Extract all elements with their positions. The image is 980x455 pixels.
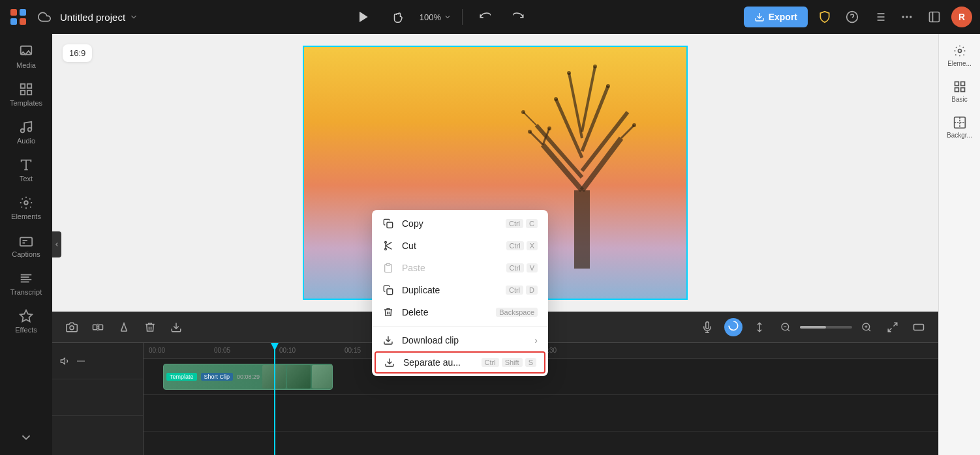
svg-point-80	[385, 248, 387, 250]
screenshot-icon[interactable]	[63, 318, 81, 336]
sidebar-collapse-button[interactable]	[52, 231, 61, 257]
svg-point-14	[902, 16, 904, 18]
svg-rect-86	[387, 289, 393, 295]
sidebar-item-elements[interactable]: Elements	[0, 190, 52, 226]
svg-point-57	[606, 84, 610, 88]
svg-line-46	[530, 132, 543, 145]
trim-icon[interactable]	[115, 318, 133, 336]
ruler-mark-3: 00:15	[345, 347, 361, 354]
clip-time: 00:08:29	[237, 374, 260, 380]
svg-point-53	[521, 110, 525, 114]
hand-tool-button[interactable]	[386, 5, 409, 29]
user-avatar[interactable]: R	[951, 7, 972, 27]
audio-track-row	[144, 395, 938, 432]
svg-line-40	[536, 125, 582, 177]
svg-line-68	[788, 329, 789, 331]
cut-icon	[382, 240, 394, 252]
delete-clip-icon[interactable]	[141, 318, 159, 336]
clip-short-badge: Short Clip	[201, 373, 234, 381]
shield-icon[interactable]	[814, 7, 835, 27]
list-icon[interactable]	[869, 7, 890, 27]
download-clip-icon[interactable]	[167, 318, 185, 336]
svg-rect-22	[21, 91, 25, 95]
microphone-icon[interactable]	[698, 318, 716, 336]
sidebar-expand-button[interactable]	[0, 425, 52, 450]
context-menu-separate-audio[interactable]: Separate au... CtrlShiftS	[375, 351, 545, 374]
context-menu-download-clip[interactable]: Download clip ›	[372, 329, 548, 351]
sidebar-item-transcript[interactable]: Transcript	[0, 266, 52, 301]
context-menu-delete[interactable]: Delete Backspace	[372, 301, 548, 323]
copy-shortcut: CtrlC	[506, 219, 538, 228]
aspect-ratio-icon[interactable]	[910, 318, 928, 336]
ruler-mark-1: 00:05	[214, 347, 230, 354]
magnet-icon[interactable]	[724, 318, 743, 336]
zoom-controls	[776, 318, 876, 336]
sidebar-item-audio[interactable]: Audio	[0, 115, 52, 150]
svg-rect-20	[21, 84, 25, 88]
playhead[interactable]	[274, 343, 275, 455]
zoom-slider[interactable]	[800, 326, 852, 329]
main-area: Media Templates Audio Text Elements Capt…	[0, 34, 980, 455]
svg-rect-29	[20, 237, 32, 246]
help-icon[interactable]	[842, 7, 863, 27]
zoom-in-button[interactable]	[857, 318, 876, 336]
duplicate-icon	[382, 284, 394, 296]
video-clip[interactable]: Template Short Clip 00:08:29	[163, 364, 333, 390]
svg-rect-0	[10, 9, 17, 16]
sidebar-item-templates[interactable]: Templates	[0, 77, 52, 112]
right-panel-elements[interactable]: Eleme...	[939, 39, 980, 72]
align-icon[interactable]	[750, 318, 769, 336]
split-icon[interactable]	[89, 318, 107, 336]
ruler-mark-0: 00:00	[149, 347, 165, 354]
track-label-main	[52, 343, 143, 379]
sidebar-item-media[interactable]: Media	[0, 39, 52, 74]
svg-line-48	[621, 125, 634, 138]
separate-audio-shortcut: CtrlShiftS	[482, 358, 536, 367]
zoom-out-button[interactable]	[776, 318, 795, 336]
right-panel-background[interactable]: Backgr...	[939, 111, 980, 144]
svg-line-71	[868, 329, 870, 331]
top-bar: Untitled project 100% Export	[0, 0, 980, 34]
svg-point-81	[385, 241, 387, 243]
download-clip-icon	[382, 334, 394, 346]
svg-point-56	[554, 97, 558, 101]
context-menu-cut[interactable]: Cut CtrlX	[372, 235, 548, 257]
sidebar-item-effects[interactable]: Effects	[0, 304, 52, 339]
fit-view-icon[interactable]	[883, 318, 902, 336]
context-menu-paste: Paste CtrlV	[372, 257, 548, 279]
svg-point-16	[910, 16, 911, 18]
top-bar-left: Untitled project	[8, 7, 138, 27]
svg-rect-91	[960, 82, 964, 86]
undo-button[interactable]	[473, 5, 497, 29]
right-panel-basic[interactable]: Basic	[939, 75, 980, 108]
sidebar-item-text[interactable]: Text	[0, 153, 52, 188]
svg-rect-17	[930, 12, 940, 22]
redo-button[interactable]	[507, 5, 530, 29]
app-logo[interactable]	[8, 7, 29, 27]
context-menu-copy[interactable]: Copy CtrlC	[372, 213, 548, 235]
svg-point-55	[593, 65, 597, 68]
svg-point-89	[958, 50, 961, 53]
delete-icon	[382, 306, 394, 318]
svg-rect-90	[955, 82, 958, 86]
svg-rect-37	[574, 190, 590, 269]
duplicate-shortcut: CtrlD	[506, 286, 538, 295]
svg-point-28	[24, 201, 28, 205]
svg-point-24	[21, 129, 25, 133]
clip-thumbnails	[262, 365, 332, 389]
zoom-control[interactable]: 100%	[420, 12, 452, 22]
toolbar-divider	[462, 9, 463, 25]
context-menu-duplicate[interactable]: Duplicate CtrlD	[372, 279, 548, 301]
sidebar-item-captions[interactable]: Captions	[0, 228, 52, 263]
panel-toggle-icon[interactable]	[924, 7, 945, 27]
project-name[interactable]: Untitled project	[60, 12, 138, 23]
zoom-slider-fill	[800, 326, 826, 329]
svg-point-15	[906, 16, 908, 18]
delete-shortcut: Backspace	[496, 308, 538, 317]
context-menu: Copy CtrlC Cut CtrlX Paste	[372, 210, 548, 376]
play-button[interactable]	[352, 5, 375, 29]
separate-audio-icon	[384, 357, 395, 368]
svg-rect-60	[99, 325, 103, 330]
more-options-icon[interactable]	[896, 7, 917, 27]
export-button[interactable]: Export	[744, 7, 808, 27]
